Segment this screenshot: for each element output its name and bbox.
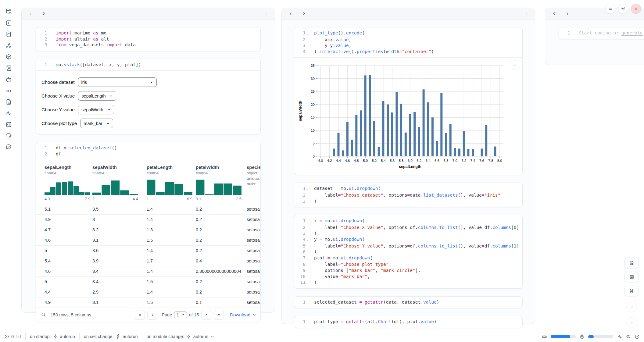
- add-cell-button[interactable]: [522, 10, 530, 17]
- code-line: 2import altair as alt: [36, 36, 260, 42]
- table-cell: 2.9: [92, 290, 147, 294]
- dropdown-select[interactable]: sepalLength: [78, 91, 116, 101]
- chevron-down-icon: [150, 80, 153, 84]
- file-tree-icon[interactable]: [3, 8, 14, 15]
- stop-button[interactable]: [626, 301, 637, 312]
- copilot-button[interactable]: [626, 334, 631, 339]
- fold-icon[interactable]: ⌄: [306, 256, 309, 262]
- generate-link[interactable]: generate: [621, 30, 643, 35]
- menu-button[interactable]: [605, 4, 615, 14]
- cell-xy-plot-dropdowns: 1⌄x = mo.ui.dropdown(2 label="Choose X v…: [294, 215, 523, 289]
- list-search-icon[interactable]: [3, 87, 14, 94]
- notebook-pen-icon[interactable]: [3, 132, 14, 139]
- svg-text:4.2: 4.2: [327, 159, 332, 162]
- connection-status-button[interactable]: [635, 334, 640, 339]
- download-button[interactable]: Download: [230, 312, 256, 317]
- on-startup-setting[interactable]: on startup: autorun: [30, 334, 75, 339]
- line-number: 9: [303, 268, 306, 274]
- column-prev-button[interactable]: [287, 10, 295, 17]
- page-select[interactable]: 1: [174, 312, 187, 318]
- fold-icon[interactable]: ⌄: [306, 31, 309, 37]
- cell-dataset-dropdown: 1⌄dataset = mo.ui.dropdown(2 label="Choo…: [294, 183, 523, 207]
- table-cell: setosa: [247, 217, 260, 222]
- file-text-icon[interactable]: [3, 98, 14, 105]
- database-icon[interactable]: [3, 30, 14, 38]
- page-count: of 15: [189, 312, 199, 317]
- svg-text:15: 15: [311, 116, 315, 119]
- bot-chat-icon[interactable]: [3, 76, 14, 83]
- ai-sparkles-button[interactable]: [617, 334, 622, 339]
- prev-page-button[interactable]: [147, 310, 157, 320]
- last-page-button[interactable]: [214, 310, 224, 320]
- column-prev-button[interactable]: [550, 10, 558, 17]
- bar: [409, 114, 411, 157]
- settings-button[interactable]: [618, 4, 628, 14]
- code-snippet-icon[interactable]: [3, 121, 14, 128]
- code-editor[interactable]: 1 Start coding or generate with AI: [559, 27, 644, 39]
- save-button[interactable]: [624, 258, 639, 268]
- line-number: 1: [45, 30, 47, 36]
- code-editor[interactable]: 1⌄x = mo.ui.dropdown(2 label="Choose X v…: [294, 215, 522, 288]
- scroll-text-icon[interactable]: [3, 64, 14, 72]
- code-editor[interactable]: 1plot_type = getattr(alt.Chart(df), plot…: [294, 316, 522, 328]
- run-button[interactable]: [626, 317, 637, 328]
- table-cell: 0.2: [196, 248, 247, 253]
- dropdown-select[interactable]: iris: [78, 77, 157, 87]
- table-header-cell[interactable]: petalWidthfloat640.12.5: [196, 165, 247, 204]
- package-icon[interactable]: [3, 53, 14, 60]
- code-editor[interactable]: 1import marimo as mo2import altair as al…: [36, 27, 260, 51]
- fold-icon[interactable]: ⌄: [306, 219, 309, 225]
- table-header-cell[interactable]: sepalWidthfloat6424.4: [92, 165, 147, 204]
- dropdown-select[interactable]: sepalWidth: [78, 105, 114, 114]
- layout-button[interactable]: [624, 272, 639, 282]
- column-middle: 1⌄plot_type().encode(2 x=x.value,3 y=y.v…: [281, 8, 535, 324]
- first-page-button[interactable]: [135, 310, 145, 320]
- column-right: 1 Start coding or generate with AI: [545, 8, 644, 65]
- chevron-down-icon: [181, 313, 184, 316]
- resource-meters: [542, 331, 640, 342]
- page-label: Page: [162, 312, 172, 317]
- svg-text:6.0: 6.0: [408, 159, 413, 162]
- code-editor[interactable]: 1selected_dataset = getattr(data, datase…: [294, 297, 522, 308]
- command-palette-button[interactable]: [624, 286, 639, 296]
- code-editor[interactable]: 1df = selected_dataset()2df: [36, 142, 260, 160]
- altair-chart[interactable]: 4.04.24.44.64.85.05.25.45.65.86.06.26.46…: [297, 61, 519, 173]
- next-page-button[interactable]: [201, 310, 211, 320]
- column-next-button[interactable]: [40, 10, 48, 17]
- sitemap-icon[interactable]: [3, 42, 14, 49]
- code-editor[interactable]: 1⌄plot_type().encode(2 x=x.value,3 y=y.v…: [294, 27, 522, 57]
- errors-indicator[interactable]: 0: [4, 334, 14, 339]
- table-header-cell[interactable]: petalLengthfloat6416.9: [147, 165, 196, 204]
- column-middle-header: [282, 8, 535, 20]
- help-chat-icon[interactable]: [3, 143, 14, 151]
- add-cell-button[interactable]: [262, 10, 270, 17]
- search-icon[interactable]: [41, 312, 46, 317]
- cell-dataframe: 1df = selected_dataset()2df sepalLengthf…: [36, 142, 261, 322]
- shutdown-button[interactable]: [631, 4, 641, 14]
- code-editor[interactable]: 1⌄dataset = mo.ui.dropdown(2 label="Choo…: [294, 183, 522, 207]
- on-cell-change-setting[interactable]: on cell change: autorun: [84, 334, 138, 339]
- table-cell: 4.6: [45, 238, 92, 243]
- column-next-button[interactable]: [564, 10, 571, 17]
- on-module-change-setting[interactable]: on module change: autorun: [147, 334, 215, 339]
- bar: [413, 112, 416, 157]
- svg-text:25: 25: [311, 90, 315, 94]
- code-line: 2 label="Choose X value", options=df.col…: [294, 225, 522, 231]
- column-next-button[interactable]: [300, 10, 308, 17]
- table-header-cell[interactable]: speciesobjectunique:nulls:: [247, 165, 260, 204]
- code-editor[interactable]: 1mo.vstack([dataset, x, y, plot]): [36, 59, 260, 71]
- function-square-icon[interactable]: [3, 19, 14, 27]
- dropdown-select[interactable]: mark_bar: [80, 119, 113, 128]
- fold-icon[interactable]: ⌄: [306, 237, 309, 243]
- table-row: 53.41.50.2setosa: [36, 277, 260, 287]
- table-cell: setosa: [247, 279, 260, 284]
- svg-text:7.0: 7.0: [453, 159, 457, 162]
- svg-text:6.2: 6.2: [417, 159, 421, 162]
- line-number: 2: [303, 225, 306, 231]
- column-prev-button[interactable]: [27, 10, 34, 17]
- fold-icon[interactable]: ⌄: [306, 186, 309, 192]
- table-header-cell[interactable]: sepalLengthfloat644.37.9: [45, 165, 92, 204]
- terminal-button[interactable]: [16, 334, 21, 339]
- activity-icon[interactable]: [3, 109, 14, 117]
- svg-text:4.6: 4.6: [345, 159, 350, 162]
